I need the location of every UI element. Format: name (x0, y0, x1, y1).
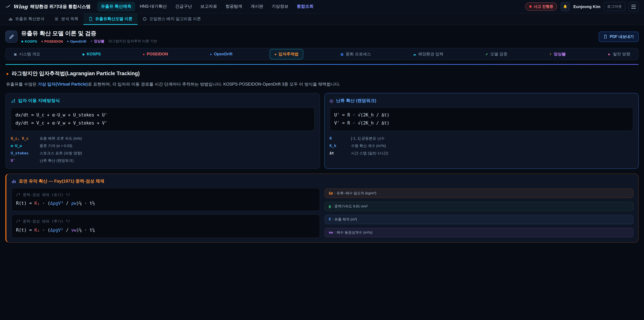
legend-row: U' 난류 확산 (랜덤워크) (11, 157, 314, 164)
nav-item-integrated-search[interactable]: 통합조회 (293, 2, 317, 12)
document-icon (604, 35, 608, 39)
nav-item-spill-prediction[interactable]: 유출유 확산예측 (97, 2, 135, 12)
brand-logo-text: Wing (13, 4, 28, 10)
fay-gravity-inertial-code: /* 중력-관성 체제 (초기) */ R(t) = K₁ · (ΔρgV³ /… (12, 188, 320, 211)
badge-poseidon: ● POSEIDON (41, 39, 63, 43)
random-walk-legend: R [-1, 1] 균등분포 난수 K_h 수평 확산 계수 (m²/s) Δt… (330, 135, 633, 157)
dot-icon: ● (67, 40, 69, 43)
governing-equation-code: dx/dt = U_c + α·U_w + U_stokes + U' dy/d… (11, 107, 314, 131)
section-title: 라그랑지안 입자추적법(Lagrangian Particle Tracking… (12, 70, 140, 77)
legend-row: K_h 수평 확산 계수 (m²/s) (330, 142, 633, 149)
pdf-export-button[interactable]: PDF 내보내기 (599, 31, 639, 42)
target-icon: ◎ (330, 98, 334, 103)
legend-row: U_stokes 스토크스 표류 (파랑 영향) (11, 149, 314, 157)
badge-kosps: ◆ KOSPS (21, 39, 37, 43)
monitor-icon: ▣ (14, 52, 17, 56)
badge-opendrift: ● OpenDrift (67, 39, 86, 43)
main-nav: 유출유 확산예측 HNS·대기확산 긴급구난 보고자료 항공탐색 게시판 기상정… (97, 2, 317, 12)
page-title-block: 유출유 확산 모델 이론 및 검증 ◆ KOSPS ● POSEIDON ● O… (21, 30, 157, 44)
cloud-icon: ☁ (413, 52, 416, 56)
fay-card-body: /* 중력-관성 체제 (초기) */ R(t) = K₁ · (ΔρgV³ /… (12, 188, 633, 238)
page-subtitle: 라그랑지안 입자추적 이론 기반 (108, 39, 157, 44)
lightning-icon: ⚡ (549, 52, 552, 56)
dot-icon: ● (274, 52, 276, 56)
topnav-right-cluster: 사고 진행중 Eunjeong Kim 로그아웃 (526, 2, 639, 11)
tab-analysis-list[interactable]: 분석 목록 (50, 14, 84, 25)
sub-tab-bar: 유출유 확산분석 분석 목록 유출유확산모델 이론 오일펜스 배치 알고리즘 이… (0, 14, 644, 25)
governing-equation-card: 입자 이동 지배방정식 dx/dt = U_c + α·U_w + U_stok… (5, 93, 320, 169)
hamburger-icon (631, 5, 636, 5)
section-tab-ensemble[interactable]: ⚡ 앙상블 (544, 49, 570, 59)
tab-model-theory[interactable]: 유출유확산모델 이론 (83, 14, 138, 25)
nav-item-aerial-search[interactable]: 항공탐색 (222, 2, 246, 12)
file-icon (88, 17, 93, 21)
check-icon: ✔ (485, 52, 488, 56)
badge-ensemble: ⚡ 앙상블 (90, 39, 104, 44)
nav-item-rescue[interactable]: 긴급구난 (172, 2, 196, 12)
set-square-icon (11, 98, 16, 103)
section-divider (5, 64, 639, 65)
fay-card-title: 표면 유막 확산 — Fay(1971) 중력-점성 체제 (12, 178, 633, 184)
tab-spill-analysis[interactable]: 유출유 확산분석 (3, 14, 50, 25)
equation-cards: 입자 이동 지배방정식 dx/dt = U_c + α·U_w + U_stok… (5, 93, 639, 169)
random-walk-code: U' = R · √(2K_h / Δt) V' = R · √(2K_h / … (330, 107, 633, 131)
fay-spreading-card: 표면 유막 확산 — Fay(1971) 중력-점성 체제 /* 중력-관성 체… (5, 173, 639, 243)
logout-button[interactable]: 로그아웃 (604, 2, 625, 11)
section-tab-ocean-input[interactable]: ☁ 해양환경 입력 (408, 49, 448, 59)
nav-item-hns[interactable]: HNS·대기확산 (136, 2, 170, 12)
section-heading: ● 라그랑지안 입자추적법(Lagrangian Particle Tracki… (6, 70, 638, 77)
incident-dot-icon (530, 5, 532, 8)
section-tab-bar: ▣ 시스템 개요 ◆ KOSPS ● POSEIDON ● OpenDrift … (5, 48, 639, 60)
section-tab-kosps[interactable]: ◆ KOSPS (77, 49, 105, 59)
fay-gravity-viscous-code: /* 중력-점성 체제 (후기) */ R(t) = K₂ · (ΔρgV² /… (12, 215, 320, 238)
diamond-icon: ◆ (82, 52, 84, 56)
nav-item-reports[interactable]: 보고자료 (197, 2, 221, 12)
legend-row: U_c, V_c 표층 해류·조류 속도 (m/s) (11, 135, 314, 142)
rocket-icon: ► (608, 52, 611, 56)
bar-chart-icon (12, 179, 16, 184)
wing-logo-icon (5, 4, 11, 9)
section-tab-poseidon[interactable]: ● POSEIDON (138, 49, 173, 59)
dot-icon: ● (143, 52, 145, 56)
nav-item-board[interactable]: 게시판 (247, 2, 267, 12)
top-navigation-bar: Wing 해양환경 위기대응 통합시스템 유출유 확산예측 HNS·대기확산 긴… (0, 0, 644, 14)
orange-dot-icon: ● (6, 71, 9, 76)
section-tab-weathering[interactable]: ▦ 풍화 프로세스 (336, 49, 376, 59)
incident-status-badge[interactable]: 사고 진행중 (526, 2, 557, 11)
section-tab-opendrift[interactable]: ● OpenDrift (205, 49, 237, 59)
legend-row: Δρ : 유류–해수 밀도차 (kg/m³) (325, 189, 633, 198)
nav-item-weather[interactable]: 기상정보 (268, 2, 292, 12)
legend-row: V : 유출 체적 (m³) (325, 215, 633, 224)
app-root: Wing 해양환경 위기대응 통합시스템 유출유 확산예측 HNS·대기확산 긴… (0, 0, 644, 320)
lightning-icon: ⚡ (90, 40, 92, 43)
fay-formulas: /* 중력-관성 체제 (초기) */ R(t) = K₁ · (ΔρgV³ /… (12, 188, 320, 238)
governing-legend: U_c, V_c 표층 해류·조류 속도 (m/s) α·U_w 풍류 기여 (… (11, 135, 314, 164)
hamburger-menu-button[interactable] (628, 2, 639, 11)
chart-icon (8, 17, 13, 21)
notification-bell-button[interactable] (561, 2, 570, 11)
brand-title: 해양환경 위기대응 통합시스템 (30, 4, 90, 10)
brand: Wing 해양환경 위기대응 통합시스템 (5, 4, 90, 10)
list-icon (54, 17, 59, 21)
legend-row: Δt 시간 스텝 (일반 1시간) (330, 149, 633, 157)
legend-row: g : 중력가속도 9.81 m/s² (325, 202, 633, 211)
section-tab-roadmap[interactable]: ► 발전 방향 (603, 49, 635, 59)
circle-icon (142, 17, 147, 21)
virtual-particle-highlight: 가상 입자(Virtual Particle) (38, 82, 88, 87)
section-tab-validation[interactable]: ✔ 모델 검증 (481, 49, 512, 59)
diamond-icon: ◆ (21, 40, 24, 43)
page-title: 유출유 확산 모델 이론 및 검증 (21, 30, 157, 37)
section-tab-overview[interactable]: ▣ 시스템 개요 (9, 49, 45, 59)
legend-row: α·U_w 풍류 기여 (α ≈ 0.03) (11, 142, 314, 149)
section-intro: 유출유를 수많은 가상 입자(Virtual Particle)로 표현하며, … (6, 81, 638, 88)
governing-card-title: 입자 이동 지배방정식 (11, 98, 314, 104)
user-name: Eunjeong Kim (574, 4, 600, 9)
main-content: ● 라그랑지안 입자추적법(Lagrangian Particle Tracki… (5, 64, 639, 243)
page-header: 유출유 확산 모델 이론 및 검증 ◆ KOSPS ● POSEIDON ● O… (0, 25, 644, 47)
tab-oilfence-theory[interactable]: 오일펜스 배치 알고리즘 이론 (138, 14, 206, 25)
bell-icon (563, 4, 568, 9)
legend-row: νw : 해수 동점성계수 (m²/s) (325, 228, 633, 237)
model-badges: ◆ KOSPS ● POSEIDON ● OpenDrift ⚡ 앙상블 라그랑… (21, 39, 157, 44)
section-tab-particle-tracking[interactable]: ● 입자추적법 (270, 49, 303, 59)
page-icon-box (5, 31, 18, 43)
